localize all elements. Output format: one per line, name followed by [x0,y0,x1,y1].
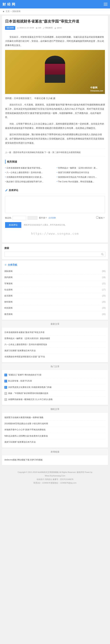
search-title: 搜索 [4,246,106,250]
category-item[interactable]: 科技新闻(20) [4,305,106,311]
random-title: 随机文章 [2,406,108,412]
category-item[interactable]: 军事新闻(22) [4,281,106,287]
link-icon [43,27,45,29]
article-body: 安倍表示，对财务省篡改文件等行为深感遗憾，在此向国民致歉。当被问及是否会对副首相… [5,35,105,145]
list-item[interactable]: 日本首相就财务省篡改"森友学园"审批文件道 [4,330,106,336]
meta-views: 166 [36,26,41,30]
paragraph: 据日本共同社报道称，预计财务省将在下周早些时候公布内部调查结果以及对相关人员的处… [5,132,105,145]
paragraph: 安倍表示，对财务省篡改文件等行为深感遗憾，在此向国民致歉。当被问及是否会对副首相… [5,35,105,48]
article-meta: 国际新闻 2018-11-22 19:09 166 网络整理 admin [5,26,105,32]
category-item[interactable]: 娱乐新闻(20) [4,293,106,299]
list-item[interactable]: 全国高校传奇明星篮球联赛武大逆袭 "蓝"不住 [4,354,106,360]
paragraph: 对此，公明党干事长井上义久在记者会上表示，虽然特搜部是调查已有一定的结果，但非批… [5,122,105,130]
related-item[interactable]: 美国"232调查"或将重创日本汽车业 [57,170,105,175]
user-icon [54,27,56,29]
list-item[interactable]: 5央视网讯南海域一艘渔船沉没 11人中已有5人获救 [4,396,106,402]
hot-articles-section: 热门文章 1"星耀滨江"直播节 博问热线快乐"打擂2联合国专项：投票于5月263… [2,364,108,405]
pencil-icon [5,189,8,192]
svg-point-2 [101,253,103,255]
home-icon [2,10,4,12]
related-item[interactable]: 世界杯战火一触即发 《足球大师2018》新... [57,166,105,170]
category-item[interactable]: 社会新闻(17) [4,287,106,293]
breadcrumb: 主页 › 国际新闻 [0,8,110,14]
meta-author: admin [54,26,62,30]
hot-list: 1"星耀滨江"直播节 博问热线快乐"打擂2联合国专项：投票于5月26318岁黑皮… [4,372,106,402]
category-item[interactable]: 教育新闻(20) [4,311,106,317]
latest-list: 日本首相就财务省篡改"森友学园"审批文件道世界杯战火一触即发 《足球大师2018… [4,330,106,360]
related-title: 相关阅读 [5,160,105,164]
meta-date: 2018-11-22 19:09 [17,26,34,30]
captcha-input[interactable] [12,216,26,220]
paragraph: 就在5月31日，今天新闻。新闻资讯。负责调查"森友学园"事件的大阪地方检察厅特搜… [5,103,105,120]
random-list: 德国警方在柏林大教室内制服一闹事者 致数2018国际体育用品展众企业聚 小状元商… [4,414,106,445]
related-item[interactable]: 跑步旅行 雷迅云终端运载智能手表F1评... [5,180,53,184]
image-caption: 资料图：日本首相安倍晋三。 中新社记者 吕少威 摄 [5,96,105,100]
related-item[interactable]: 美国国际体育用品及户外用品展 小状元引... [57,175,105,180]
list-item[interactable]: 318岁黑皮肤少女露齿冷笑 长相甜美惊艳多门外媒 [4,384,106,390]
search-input[interactable] [6,253,101,256]
footer-icp: 站长统计 代码后台 备案号：京ICP13146678 [2,478,108,481]
list-icon [4,264,7,266]
related-item[interactable]: The Comic Run动漫跑，带你实现最趣... [57,180,105,184]
clock-icon [17,27,19,29]
comment-note: 网友评论仅供其表达个人看法，并不代表本站立场。 [24,224,67,226]
friend-links-title: 友情链接 [2,449,108,455]
hot-title: 热门文章 [2,364,108,370]
article-container: 日本首相就财务省篡改"森友学园"审批文件道 国际新闻 2018-11-22 19… [2,16,108,242]
category-item[interactable]: 国际新闻(55) [4,268,106,274]
captcha-image[interactable] [28,216,38,220]
related-item[interactable]: 日本首相就财务省篡改"森友学园"审批... [5,166,53,170]
article-title: 日本首相就财务省篡改"森友学园"审批文件道 [5,19,105,24]
related-item[interactable]: 六一公布史上最惊喜阵容！贵州恒丰携... [5,170,53,175]
category-item[interactable]: 财经新闻(20) [4,299,106,305]
list-item[interactable]: 2联合国专项：投票于5月26 [4,378,106,384]
latest-title: 最新文章 [2,321,108,328]
site-logo[interactable]: 财 经 网 [2,2,16,7]
anonymous-checkbox[interactable] [96,216,98,218]
category-item[interactable]: 国内新闻(18) [4,274,106,280]
category-nav-section: 分类导航 国际新闻(55)国内新闻(18)军事新闻(22)社会新闻(17)娱乐新… [2,260,108,320]
comment-textarea[interactable] [5,196,105,213]
list-item[interactable]: 美国"232调查"或将重创日本汽车业 [4,439,106,445]
search-box [4,252,106,257]
list-item[interactable]: 1"星耀滨江"直播节 博问热线快乐"打擂 [4,372,106,378]
friend-links-section: 友情链接 dedecms模板 网站模板下载 织梦CMS模板 [2,449,108,465]
article-category-tag[interactable]: 国际新闻 [5,26,15,30]
list-item[interactable]: NBA总决赛再上演强鹰大战 快攻勇奔闪文案客场 [4,433,106,439]
list-item[interactable]: 美国"232调查"或将重创日本汽车业 [4,348,106,354]
comment-submit-row: 发表评论 网友评论仅供其表达个人看法，并不代表本站立场。 [5,222,105,228]
submit-comment-button[interactable]: 发表评论 [5,222,21,228]
comment-section: 发表评论 验证码 看不清？ 点击更换 匿名？ 发表评论 网友评论仅供其表达个人看… [5,188,105,236]
hamburger-menu-icon[interactable] [104,2,108,6]
svg-point-1 [55,27,56,28]
friend-links-text[interactable]: dedecms模板 网站模板下载 织梦CMS模板 [4,457,106,462]
latest-articles-section: 最新文章 日本首相就财务省篡改"森友学园"审批文件道世界杯战火一触即发 《足球大… [2,321,108,362]
related-item[interactable]: 全国高校传奇明星篮球联赛武大逆袭 是... [5,175,53,180]
list-item[interactable]: 2018国际体育用品展众企业聚 小状元商引临时商 [4,421,106,427]
list-item[interactable]: 六一公布史上最惊喜阵容！贵州恒丰携球星现身 [4,342,106,348]
list-item[interactable]: 世界杯战火一触即发 《足球大师2018》新版本憾世 [4,336,106,342]
search-icon[interactable] [101,253,104,256]
captcha-label: 验证码 [5,216,11,220]
header: 财 经 网 [0,0,110,8]
related-section: 相关阅读 日本首相就财务省篡改"森友学园"审批...世界杯战火一触即发 《足球大… [5,160,105,184]
captcha-refresh-link[interactable]: 点击更换 [48,216,56,220]
list-item[interactable]: 奔驰推开着中心小心学 西奥干亭淘汰的黄钱包 [4,427,106,433]
list-item[interactable]: 4美媒："中国制造"标识将逐渐对美便廉价提供 [4,390,106,396]
list-item[interactable]: 德国警方在柏林大教室内制服一闹事者 致数 [4,414,106,421]
image-watermark: 中新网 Chinanews.com [90,86,103,92]
footer-contact: 联系QQ：12345678 邮箱地址：12345678@qq.com [2,481,108,485]
anonymous-checkbox-label[interactable]: 匿名？ [96,216,105,220]
comment-section-title: 发表评论 [5,188,105,194]
footer-site: Www.Xiuzhanwang.Com [2,474,108,478]
footer: Copyright © 2011-2018 html5响应式文章新闻模板 All… [0,466,110,489]
breadcrumb-sep: › [11,10,11,13]
prev-next-nav[interactable]: 上一篇：墨西哥各界反对美国钢铝关税措施 下一篇：第二届中韩联赛总决赛因雨顺延 [5,149,105,156]
meta-source: 网络整理 [43,26,53,30]
article-image: 中新网 Chinanews.com [5,50,105,94]
captcha-unclear: 看不清？ [39,216,47,220]
page-watermark-url: https://www.songma.com [5,231,105,236]
footer-copyright: Copyright © 2011-2018 html5响应式文章新闻模板 All… [2,470,108,474]
breadcrumb-home[interactable]: 主页 [6,10,10,13]
breadcrumb-cat[interactable]: 国际新闻 [12,10,20,13]
